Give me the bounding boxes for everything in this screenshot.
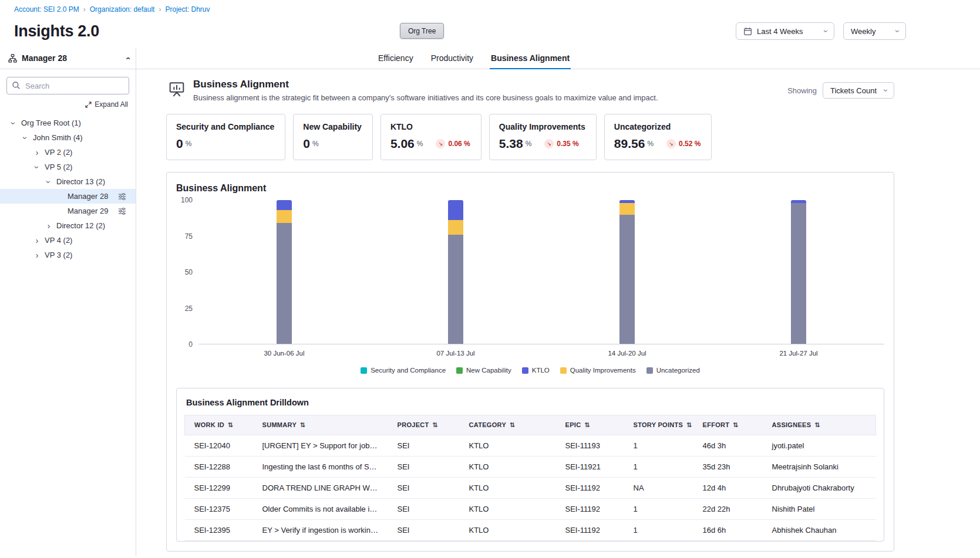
sidebar-search (6, 77, 129, 94)
bar-segment-uncategorized[interactable] (791, 203, 806, 344)
chevron-right-icon[interactable]: › (33, 251, 41, 259)
sort-icon[interactable]: ⇅ (733, 421, 739, 428)
chevron-right-icon[interactable]: › (33, 236, 41, 245)
table-cell: SEI-12395 (185, 520, 253, 541)
interval-dropdown[interactable]: Weekly › (843, 22, 906, 40)
bar-segment-uncategorized[interactable] (619, 215, 635, 344)
expand-all-button[interactable]: Expand All (8, 100, 128, 109)
chevron-down-icon[interactable]: › (33, 163, 41, 171)
bar-segment-ktlo[interactable] (448, 200, 463, 220)
trend-down-icon: ↘ (544, 139, 554, 148)
column-header-assignees[interactable]: ASSIGNEES⇅ (763, 415, 876, 435)
column-header-summary[interactable]: SUMMARY⇅ (253, 415, 388, 435)
collapse-panel-icon[interactable]: › (123, 57, 132, 60)
sort-icon[interactable]: ⇅ (814, 421, 820, 428)
sort-icon[interactable]: ⇅ (228, 421, 234, 428)
table-row-sei-12375[interactable]: SEI-12375Older Commits is not available … (185, 499, 876, 520)
table-row-sei-12395[interactable]: SEI-12395EY > Verify if ingestion is wor… (185, 520, 876, 541)
bar-segment-uncategorized[interactable] (277, 223, 292, 344)
legend-item-uncategorized[interactable]: Uncategorized (646, 367, 700, 374)
stacked-bar-21-jul-27-jul[interactable] (791, 200, 806, 344)
filter-sliders-icon[interactable] (118, 207, 126, 215)
tree-item-john-smith-4[interactable]: ›John Smith (4) (0, 130, 136, 145)
tree-item-vp-2-2[interactable]: ›VP 2 (2) (0, 145, 136, 160)
table-row-sei-12040[interactable]: SEI-12040[URGENT] EY > Support for job r… (185, 435, 876, 456)
column-header-label: STORY POINTS (634, 421, 683, 428)
stat-card-new-capability: New Capability0% (293, 114, 373, 160)
chevron-down-icon[interactable]: › (21, 134, 29, 142)
tree-item-label: VP 4 (2) (45, 236, 72, 245)
tab-efficiency[interactable]: Efficiency (377, 48, 415, 69)
tab-productivity[interactable]: Productivity (430, 48, 474, 69)
chevron-down-icon[interactable]: › (9, 119, 18, 127)
table-row-sei-12299[interactable]: SEI-12299DORA TREND LINE GRAPH Widgets i… (185, 478, 876, 499)
stat-card-unit: % (647, 140, 654, 148)
stat-card-value: 89.56 (614, 137, 645, 151)
column-header-project[interactable]: PROJECT⇅ (388, 415, 460, 435)
legend-item-ktlo[interactable]: KTLO (522, 367, 550, 374)
tree-item-org-tree-root-1[interactable]: ›Org Tree Root (1) (0, 116, 136, 130)
showing-dropdown[interactable]: Tickets Count › (823, 82, 894, 99)
tree-item-manager-29[interactable]: Manager 29 (0, 204, 136, 218)
table-cell: 46d 3h (693, 435, 763, 456)
tree-item-director-12-2[interactable]: ›Director 12 (2) (0, 218, 136, 233)
sort-icon[interactable]: ⇅ (584, 421, 590, 428)
breadcrumb-link-project-dhruv[interactable]: Project: Dhruv (165, 5, 210, 13)
breadcrumb-link-organization-default[interactable]: Organization: default (90, 5, 155, 13)
drilldown-card: Business Alignment Drilldown WORK ID⇅SUM… (176, 388, 884, 542)
org-tree-sidebar: Manager 28 › Expand All ›Org Tree Root (… (0, 48, 136, 556)
column-header-category[interactable]: CATEGORY⇅ (460, 415, 556, 435)
stacked-bar-07-jul-13-jul[interactable] (448, 200, 463, 344)
chevron-down-icon: › (894, 30, 902, 33)
date-range-dropdown[interactable]: Last 4 Weeks › (736, 22, 834, 40)
breadcrumb-link-account-sei-2-0-pm[interactable]: Account: SEI 2.0 PM (14, 5, 79, 13)
stacked-bar-30-jun-06-jul[interactable] (277, 200, 292, 344)
tree-item-vp-3-2[interactable]: ›VP 3 (2) (0, 248, 136, 262)
bar-segment-ktlo[interactable] (277, 200, 292, 210)
tree-item-director-13-2[interactable]: ›Director 13 (2) (0, 174, 136, 189)
sort-icon[interactable]: ⇅ (433, 421, 439, 428)
bar-segment-quality-improvements[interactable] (277, 210, 292, 223)
tree-item-manager-28[interactable]: Manager 28 (0, 189, 136, 204)
x-axis-labels: 30 Jun-06 Jul07 Jul-13 Jul14 Jul-20 Jul2… (198, 350, 884, 357)
table-cell: SEI-12299 (185, 478, 253, 499)
showing-control: Showing Tickets Count › (787, 82, 894, 99)
table-cell: SEI-12375 (185, 499, 253, 520)
chevron-right-icon[interactable]: › (33, 148, 41, 157)
legend-item-security-and-compliance[interactable]: Security and Compliance (361, 367, 446, 374)
chevron-right-icon[interactable]: › (45, 222, 53, 230)
bar-segment-uncategorized[interactable] (448, 235, 463, 344)
sort-icon[interactable]: ⇅ (686, 421, 692, 428)
filter-sliders-icon[interactable] (118, 192, 126, 201)
table-cell: SEI (388, 435, 460, 456)
column-header-label: EPIC (565, 421, 581, 428)
tab-business-alignment[interactable]: Business Alignment (490, 48, 571, 69)
column-header-work-id[interactable]: WORK ID⇅ (185, 415, 253, 435)
column-header-story-points[interactable]: STORY POINTS⇅ (624, 415, 693, 435)
sidebar-header: Manager 28 › (0, 48, 136, 69)
chevron-down-icon[interactable]: › (45, 178, 53, 186)
column-header-effort[interactable]: EFFORT⇅ (693, 415, 763, 435)
column-header-epic[interactable]: EPIC⇅ (556, 415, 624, 435)
section-header: Business Alignment Business alignment is… (166, 79, 894, 102)
page-title: Insights 2.0 (14, 22, 99, 40)
legend-item-new-capability[interactable]: New Capability (456, 367, 511, 374)
bar-segment-quality-improvements[interactable] (619, 203, 635, 215)
table-row-sei-12288[interactable]: SEI-12288Ingesting the last 6 months of … (185, 456, 876, 478)
sort-icon[interactable]: ⇅ (510, 421, 516, 428)
table-cell: 1 (624, 456, 693, 478)
breadcrumb-separator-icon: › (83, 6, 86, 13)
sort-icon[interactable]: ⇅ (300, 421, 306, 428)
table-cell: KTLO (460, 435, 556, 456)
search-icon (12, 81, 21, 92)
stacked-bar-14-jul-20-jul[interactable] (619, 200, 635, 344)
tree-item-vp-5-2[interactable]: ›VP 5 (2) (0, 160, 136, 174)
org-tree-button[interactable]: Org Tree (400, 23, 444, 39)
table-cell: SEI-11192 (556, 478, 624, 499)
tree-item-vp-4-2[interactable]: ›VP 4 (2) (0, 233, 136, 248)
search-input[interactable] (6, 77, 129, 94)
bar-segment-quality-improvements[interactable] (448, 220, 463, 235)
table-cell: 35d 23h (693, 456, 763, 478)
legend-item-quality-improvements[interactable]: Quality Improvements (560, 367, 636, 374)
legend-label: Quality Improvements (570, 367, 636, 374)
